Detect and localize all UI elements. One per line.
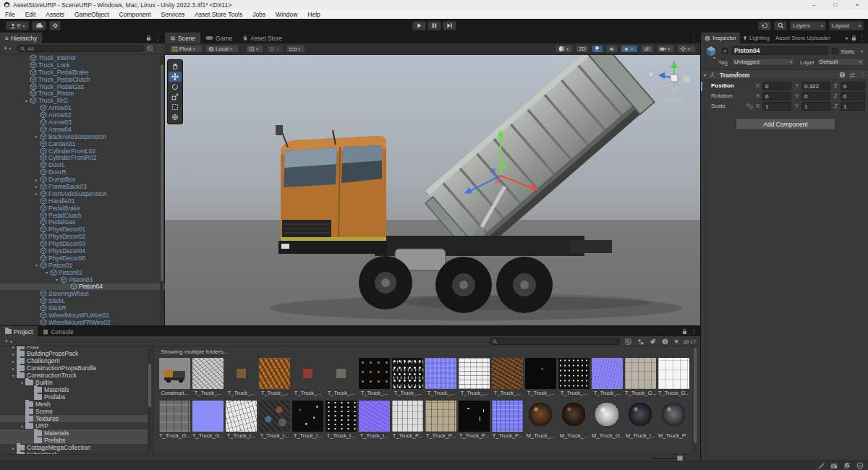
expand-arrow-icon[interactable]: ▸ (10, 445, 17, 450)
hierarchy-item[interactable]: CylinderFrontL02 (0, 148, 165, 155)
local-dropdown[interactable]: Local ▾ (205, 45, 239, 53)
project-folder[interactable]: Materials (0, 386, 148, 393)
expand-arrow-icon[interactable]: ▸ (33, 191, 40, 196)
move-tool[interactable] (169, 72, 182, 82)
hierarchy-item[interactable]: ▸DumpBox (0, 176, 165, 183)
pause-button[interactable] (427, 21, 441, 30)
hierarchy-item[interactable]: PhysDecor04 (0, 247, 165, 255)
asset-item[interactable]: T_Truck_G... (192, 401, 224, 439)
hierarchy-search-input[interactable]: All (17, 45, 144, 52)
rotation-x-field[interactable]: 0 (762, 92, 791, 101)
asset-grid-scrollbar[interactable] (693, 347, 697, 453)
presets-icon[interactable] (849, 72, 856, 78)
asset-item[interactable]: T_Truck_... (459, 358, 490, 396)
create-add-button[interactable]: + (4, 45, 7, 52)
menu-jobs[interactable]: Jobs (247, 11, 271, 18)
bell-muted-icon[interactable] (843, 462, 851, 469)
minimize-button[interactable]: – (803, 0, 825, 9)
asset-item[interactable]: T_Truck_... (425, 358, 456, 396)
asset-item[interactable]: M_Truck_... (525, 401, 556, 439)
hierarchy-item[interactable]: WheelMountFRWire02 (0, 319, 165, 325)
add-component-button[interactable]: Add Component (736, 118, 835, 130)
hierarchy-item[interactable]: ▸BackAxleSuspension (0, 133, 165, 140)
asset-item[interactable]: M_Truck_... (558, 401, 590, 439)
step-button[interactable] (443, 21, 456, 30)
hierarchy-item[interactable]: DoorR (0, 168, 165, 176)
cloud-button[interactable] (32, 21, 46, 30)
hierarchy-item[interactable]: ▾Piston01 (0, 262, 165, 269)
hierarchy-item[interactable]: Cardan01 (0, 140, 165, 148)
project-folder[interactable]: Prefabs (0, 437, 148, 444)
effects-dropdown[interactable]: ▾ (621, 45, 638, 53)
menu-assets[interactable]: Assets (41, 11, 69, 18)
transform-combined-tool[interactable] (169, 112, 182, 122)
undo-history-button[interactable] (758, 21, 771, 30)
hierarchy-item[interactable]: PhysDecor03 (0, 240, 165, 247)
tab-asset-store-uploader[interactable]: Asset Store Uploader (773, 33, 833, 43)
hierarchy-item[interactable]: Truck_PedalGas (0, 83, 165, 90)
project-folder[interactable]: Materials (0, 430, 148, 437)
hierarchy-item[interactable]: Truck_PedalClutch (0, 76, 165, 83)
account-button[interactable]: E ▾ (6, 21, 29, 30)
transform-component-header[interactable]: ▾ Transform ⋮ (701, 69, 868, 80)
expand-arrow-icon[interactable]: ▾ (33, 262, 40, 268)
asset-item[interactable]: T_Truck_G... (159, 401, 190, 439)
hierarchy-item[interactable]: Handle01 (0, 197, 165, 205)
tab-overflow-icon[interactable]: ▸ (846, 35, 848, 41)
project-folder[interactable]: ▸CottageMegaCollection (0, 444, 148, 451)
camera-dropdown[interactable]: ▾ (657, 45, 674, 53)
hierarchy-item[interactable]: PhysDecor06 (0, 255, 165, 262)
project-folder[interactable]: Prefabs (0, 393, 148, 401)
project-search-input[interactable] (489, 338, 621, 345)
folder-tree-scrollbar[interactable] (148, 348, 151, 452)
position-z-field[interactable]: 0 (841, 82, 865, 90)
asset-item[interactable]: T_Truck_... (525, 358, 556, 396)
tab-inspector[interactable]: Inspector (701, 33, 740, 43)
info-icon[interactable] (662, 338, 668, 345)
scale-link-icon[interactable] (746, 103, 753, 109)
expand-arrow-icon[interactable]: ▾ (43, 270, 50, 275)
asset-item[interactable]: Construct... (159, 358, 190, 396)
asset-item[interactable]: T_Truck_I... (326, 401, 357, 439)
expand-arrow-icon[interactable]: ▾ (19, 380, 25, 385)
layout-dropdown[interactable]: Layout ▾ (829, 21, 864, 30)
hierarchy-item[interactable]: Arrow01 (0, 104, 165, 111)
asset-item[interactable]: T_Truck_G... (625, 358, 656, 396)
hierarchy-scrollbar[interactable] (160, 56, 163, 324)
menu-file[interactable]: File (0, 11, 20, 18)
hierarchy-item[interactable]: Arrow03 (0, 119, 165, 126)
project-folder[interactable]: ▸ChallengerII (0, 357, 148, 364)
scale-y-field[interactable]: 1 (801, 102, 830, 111)
asset-item[interactable]: M_Truck_P... (658, 401, 689, 439)
asset-item[interactable]: T_Truck_... (192, 358, 224, 396)
asset-item[interactable]: T_Truck_P... (459, 401, 490, 439)
create-add-button[interactable]: + (4, 338, 8, 345)
lock-icon[interactable] (682, 328, 687, 335)
close-button[interactable]: × (846, 0, 868, 9)
expand-arrow-icon[interactable]: ▸ (33, 184, 40, 189)
rotate-tool[interactable] (169, 82, 182, 92)
asset-item[interactable]: T_Truck_G... (658, 358, 689, 396)
hierarchy-item[interactable]: WheelMountFLWire02 (0, 312, 165, 319)
asset-item[interactable]: T_Truck_... (558, 358, 590, 396)
expand-arrow-icon[interactable]: ▸ (10, 366, 17, 371)
asset-item[interactable]: T_Truck_... (592, 358, 623, 396)
hierarchy-item[interactable]: Arrow02 (0, 111, 165, 119)
expand-arrow-icon[interactable]: ▸ (33, 134, 40, 139)
menu-asset-store-tools[interactable]: Asset Store Tools (190, 11, 247, 18)
settings-gear-button[interactable] (49, 21, 61, 30)
asset-item[interactable]: T_Truck_... (292, 358, 323, 396)
search-by-label-icon[interactable] (650, 338, 656, 345)
maximize-button[interactable]: □ (825, 0, 846, 9)
help-icon[interactable] (839, 72, 846, 78)
snap-settings-dropdown[interactable]: ▾ (286, 45, 305, 53)
expand-arrow-icon[interactable]: ▸ (10, 359, 17, 364)
asset-item[interactable]: T_Truck_... (226, 358, 257, 396)
hierarchy-item[interactable]: PedalGas (0, 218, 165, 226)
asset-item[interactable]: T_Truck_I... (226, 401, 257, 439)
thumbnail-size-slider[interactable] (651, 458, 686, 459)
project-folder[interactable]: ▸BuildingPropsPack (0, 350, 148, 357)
hierarchy-item[interactable]: PhysDecor02 (0, 233, 165, 240)
active-checkbox[interactable]: ✓ (722, 48, 728, 54)
asset-item[interactable]: T_Truck_I... (259, 401, 290, 439)
